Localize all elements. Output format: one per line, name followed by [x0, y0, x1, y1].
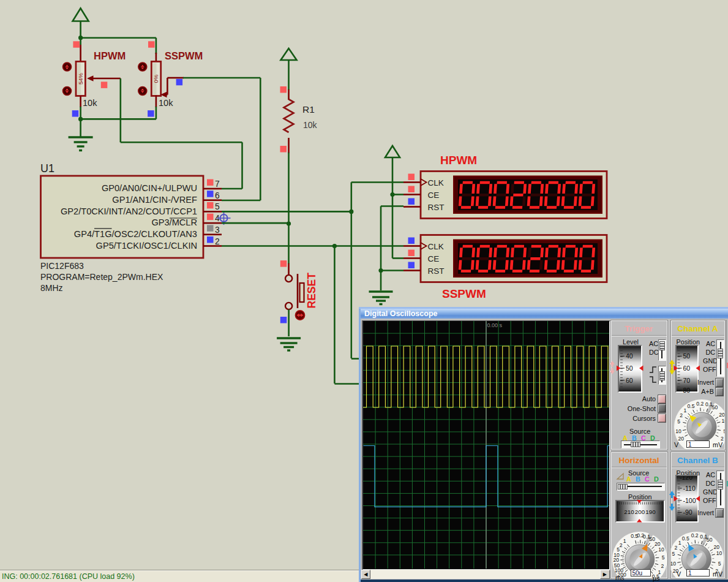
svg-text:HPWM: HPWM [440, 154, 477, 167]
svg-text:7: 7 [215, 180, 220, 189]
svg-text:GP0/AN0/CIN+/ULPWU: GP0/AN0/CIN+/ULPWU [102, 183, 197, 193]
svg-text:10k: 10k [303, 120, 318, 130]
svg-text:10k: 10k [83, 98, 97, 108]
svg-text:10k: 10k [159, 98, 173, 108]
svg-text:6: 6 [215, 191, 220, 200]
svg-text:CLK: CLK [428, 178, 444, 187]
svg-text:SSPWM: SSPWM [442, 287, 486, 300]
svg-text:R1: R1 [302, 104, 315, 115]
svg-text:RST: RST [428, 266, 445, 276]
svg-text:GP5/T1CKI/OSC1/CLKIN: GP5/T1CKI/OSC1/CLKIN [96, 241, 197, 251]
svg-text:5: 5 [215, 202, 220, 211]
svg-text:3: 3 [215, 225, 220, 235]
svg-text:RST: RST [428, 203, 445, 212]
svg-text:CLK: CLK [428, 242, 444, 251]
svg-text:GP4/T1G/OSC2/CLKOUT/AN3: GP4/T1G/OSC2/CLKOUT/AN3 [74, 229, 197, 239]
svg-text:2: 2 [215, 237, 220, 246]
svg-text:U1: U1 [40, 162, 54, 175]
svg-text:GP1/AN1/CIN-/VREF: GP1/AN1/CIN-/VREF [112, 195, 197, 205]
svg-text:GP2/T0CKI/INT/AN2/COUT/CCP1: GP2/T0CKI/INT/AN2/COUT/CCP1 [61, 206, 197, 216]
svg-text:CE: CE [428, 254, 440, 263]
svg-text:0.00 s: 0.00 s [487, 322, 502, 328]
svg-text:8MHz: 8MHz [40, 283, 63, 293]
svg-text:SSPWM: SSPWM [165, 50, 203, 61]
svg-text:HPWM: HPWM [94, 50, 126, 61]
svg-text:0%: 0% [152, 74, 159, 83]
svg-text:PROGRAM=Retep_2PWm.HEX: PROGRAM=Retep_2PWm.HEX [40, 272, 163, 282]
svg-text:GP3/MCLR: GP3/MCLR [151, 217, 197, 227]
svg-text:RESET: RESET [306, 273, 318, 309]
svg-text:54%: 54% [77, 72, 84, 85]
svg-text:CE: CE [428, 191, 440, 200]
svg-text:PIC12F683: PIC12F683 [40, 261, 84, 271]
